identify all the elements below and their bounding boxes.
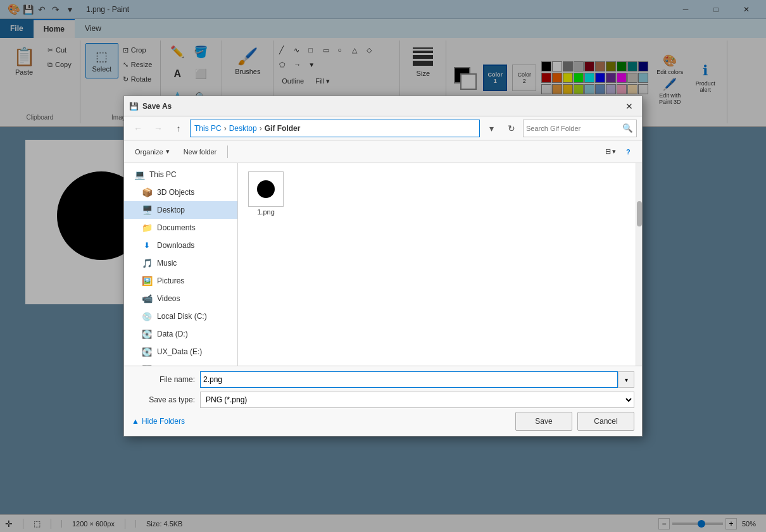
filename-row: File name: ▾	[132, 371, 634, 388]
drive-c-icon: 💿	[142, 311, 152, 321]
organize-dropdown-icon: ▾	[166, 147, 170, 156]
help-dialog-btn[interactable]: ?	[622, 144, 637, 159]
filename-input-container: ▾	[200, 371, 634, 388]
filename-label: File name:	[132, 375, 195, 384]
filename-dropdown-btn[interactable]: ▾	[618, 371, 634, 388]
dialog-footer: File name: ▾ Save as type: PNG (*.png) ▲…	[124, 366, 642, 436]
file-area-container: 1.png	[238, 163, 642, 366]
sidebar-item-videos[interactable]: 📹 Videos	[124, 290, 237, 307]
view-dropdown-icon: ▾	[612, 147, 616, 156]
file-thumb-1png	[248, 171, 284, 207]
filetype-input-container: PNG (*.png)	[200, 392, 634, 408]
chevron-up-icon: ▲	[132, 417, 139, 426]
drive-e-icon: 💽	[142, 347, 152, 357]
search-btn[interactable]: 🔍	[621, 122, 634, 135]
dialog-buttons: ▲ Hide Folders Save Cancel	[132, 412, 634, 431]
sidebar-item-this-pc[interactable]: 💻 This PC	[124, 166, 237, 183]
nav-back-btn[interactable]: ←	[129, 120, 147, 137]
toolbar-sep	[227, 145, 228, 158]
desktop-icon: 🖥️	[142, 205, 152, 215]
search-input[interactable]	[526, 125, 621, 132]
filetype-label: Save as type:	[132, 395, 195, 404]
search-box[interactable]: 🔍	[523, 120, 637, 137]
sidebar-item-documents[interactable]: 📁 Documents	[124, 219, 237, 237]
downloads-icon: ⬇	[142, 240, 152, 251]
filetype-select[interactable]: PNG (*.png)	[200, 392, 634, 408]
action-buttons: Save Cancel	[515, 412, 634, 431]
scrollbar[interactable]	[636, 163, 642, 366]
thumb-content	[253, 176, 279, 202]
breadcrumb-current: Gif Folder	[265, 124, 301, 133]
3d-icon: 📦	[142, 187, 152, 197]
dialog-toolbar: Organize ▾ New folder ⊟ ▾ ?	[124, 140, 642, 163]
nav-up-btn[interactable]: ↑	[170, 120, 187, 137]
nav-refresh-btn[interactable]: ↻	[503, 120, 520, 137]
organize-btn[interactable]: Organize ▾	[129, 144, 175, 160]
nav-dropdown-btn[interactable]: ▾	[482, 120, 500, 137]
sidebar-item-downloads[interactable]: ⬇ Downloads	[124, 237, 237, 254]
dialog-close-btn[interactable]: ✕	[622, 99, 637, 114]
videos-icon: 📹	[142, 294, 152, 304]
view-icon: ⊟	[605, 147, 611, 156]
sidebar-item-desktop[interactable]: 🖥️ Desktop	[124, 201, 237, 219]
dialog-body: 💻 This PC 📦 3D Objects 🖥️ Desktop 📁 Docu…	[124, 163, 642, 366]
filename-input[interactable]	[200, 371, 618, 388]
breadcrumb-sep2: ›	[257, 124, 265, 133]
dialog-main: 1.png	[238, 163, 636, 366]
dialog-sidebar: 💻 This PC 📦 3D Objects 🖥️ Desktop 📁 Docu…	[124, 163, 238, 366]
svg-point-1	[257, 180, 275, 198]
sidebar-item-local-f[interactable]: 💽 Local Disk (F:)	[124, 361, 237, 366]
cancel-button[interactable]: Cancel	[577, 412, 634, 431]
dialog-title-bar: 💾 Save As ✕	[124, 96, 642, 116]
sidebar-item-pictures[interactable]: 🖼️ Pictures	[124, 272, 237, 290]
filetype-row: Save as type: PNG (*.png)	[132, 392, 634, 408]
new-folder-btn[interactable]: New folder	[178, 144, 223, 160]
dialog-overlay: 💾 Save As ✕ ← → ↑ This PC › Desktop › Gi…	[0, 0, 766, 532]
pictures-icon: 🖼️	[142, 276, 152, 286]
thispc-icon: 💻	[134, 170, 144, 180]
file-name-1png: 1.png	[257, 208, 275, 216]
drive-d-icon: 💽	[142, 329, 152, 339]
view-controls: ⊟ ▾ ?	[601, 144, 637, 160]
breadcrumb-bar: This PC › Desktop › Gif Folder	[190, 120, 480, 137]
save-as-dialog: 💾 Save As ✕ ← → ↑ This PC › Desktop › Gi…	[123, 96, 643, 436]
nav-forward-btn[interactable]: →	[149, 120, 167, 137]
sidebar-item-music[interactable]: 🎵 Music	[124, 254, 237, 272]
sidebar-item-local-c[interactable]: 💿 Local Disk (C:)	[124, 307, 237, 325]
dialog-title: 💾 Save As	[129, 102, 172, 111]
sidebar-item-3d-objects[interactable]: 📦 3D Objects	[124, 183, 237, 201]
dialog-icon: 💾	[129, 102, 139, 111]
breadcrumb-desktop[interactable]: Desktop	[229, 124, 257, 133]
save-button[interactable]: Save	[515, 412, 572, 431]
sidebar-item-ux-e[interactable]: 💽 UX_Data (E:)	[124, 343, 237, 361]
breadcrumb-this-pc[interactable]: This PC	[194, 124, 222, 133]
sidebar-item-data-d[interactable]: 💽 Data (D:)	[124, 325, 237, 343]
dialog-nav: ← → ↑ This PC › Desktop › Gif Folder ▾ ↻…	[124, 116, 642, 140]
scrollbar-thumb	[637, 201, 642, 226]
documents-icon: 📁	[142, 223, 152, 233]
music-icon: 🎵	[142, 258, 152, 268]
hide-folders-btn[interactable]: ▲ Hide Folders	[132, 417, 185, 426]
file-item-1png[interactable]: 1.png	[243, 168, 289, 219]
breadcrumb-sep1: ›	[222, 124, 229, 133]
view-toggle-btn[interactable]: ⊟ ▾	[601, 144, 620, 160]
